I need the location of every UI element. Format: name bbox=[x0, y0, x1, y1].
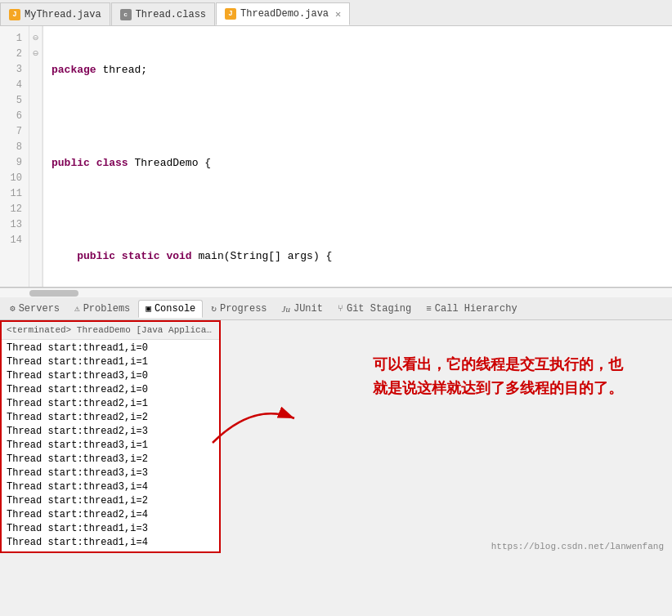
code-line-3: public class ThreadDemo { bbox=[52, 155, 664, 171]
console-output-wrapper: <terminated> ThreadDemo [Java Applicatio… bbox=[0, 320, 672, 553]
console-line-11: Thread start:thread3,i=4 bbox=[7, 480, 214, 494]
panel-tab-console[interactable]: ▣ Console bbox=[138, 300, 203, 318]
tab-threaddemo[interactable]: J ThreadDemo.java ✕ bbox=[216, 2, 350, 25]
code-line-5: public static void main(String[] args) { bbox=[52, 248, 664, 264]
code-content[interactable]: package thread; public class ThreadDemo … bbox=[43, 26, 672, 287]
problems-icon: ⚠ bbox=[74, 303, 80, 314]
panel-tab-servers[interactable]: ⚙ Servers bbox=[3, 300, 66, 318]
console-lines: Thread start:thread1,i=0 Thread start:th… bbox=[2, 340, 219, 551]
callhierarchy-icon: ≡ bbox=[426, 304, 432, 314]
console-line-6: Thread start:thread2,i=2 bbox=[7, 411, 214, 425]
fold-gutter: ⊖ ⊖ bbox=[29, 26, 43, 287]
watermark: https://blog.csdn.net/lanwenfang bbox=[491, 542, 664, 551]
panel-tab-junit-label: JUnit bbox=[293, 303, 323, 315]
annotation-line2: 就是说这样就达到了多线程的目的了。 bbox=[373, 380, 623, 396]
tab-threadclass-label: Thread.class bbox=[136, 9, 206, 20]
junit-icon: Ju bbox=[282, 304, 290, 314]
console-line-3: Thread start:thread3,i=0 bbox=[7, 369, 214, 383]
tab-mythread-label: MyThread.java bbox=[25, 9, 101, 20]
panel-tab-gitstaging[interactable]: ⑂ Git Staging bbox=[331, 300, 418, 318]
panel-tab-console-label: Console bbox=[155, 303, 195, 315]
annotation-arrow-container bbox=[204, 394, 302, 455]
code-editor: 1 2 3 4 5 6 7 8 9 10 11 12 13 14 ⊖ ⊖ bbox=[0, 26, 672, 288]
tab-mythread[interactable]: J MyThread.java bbox=[0, 2, 110, 25]
code-line-2 bbox=[52, 109, 664, 124]
editor-tab-bar: J MyThread.java c Thread.class J ThreadD… bbox=[0, 0, 672, 26]
console-panel: <terminated> ThreadDemo [Java Applicatio… bbox=[0, 320, 672, 616]
console-line-2: Thread start:thread1,i=1 bbox=[7, 355, 214, 369]
class-icon: c bbox=[120, 9, 132, 20]
tab-threaddemo-label: ThreadDemo.java bbox=[240, 8, 329, 20]
console-line-15: Thread start:thread1,i=4 bbox=[7, 536, 214, 550]
panel-tab-servers-label: Servers bbox=[19, 303, 60, 315]
progress-icon: ↻ bbox=[211, 303, 217, 314]
tab-threadclass[interactable]: c Thread.class bbox=[111, 2, 215, 25]
console-line-8: Thread start:thread3,i=1 bbox=[7, 439, 214, 453]
console-line-10: Thread start:thread3,i=3 bbox=[7, 466, 214, 480]
panel-tab-callhierarchy-label: Call Hierarchy bbox=[435, 303, 517, 315]
hscroll-thumb[interactable] bbox=[29, 290, 78, 297]
editor-hscroll[interactable] bbox=[0, 288, 672, 297]
java-icon: J bbox=[9, 9, 20, 20]
tab-close-icon[interactable]: ✕ bbox=[335, 8, 341, 20]
git-icon: ⑂ bbox=[338, 304, 343, 314]
console-line-12: Thread start:thread1,i=2 bbox=[7, 494, 214, 508]
line-numbers: 1 2 3 4 5 6 7 8 9 10 11 12 13 14 bbox=[0, 26, 29, 287]
annotation-text: 可以看出，它的线程是交互执行的，也 就是说这样就达到了多线程的目的了。 bbox=[373, 353, 623, 400]
annotation-arrow bbox=[204, 394, 302, 451]
console-line-14: Thread start:thread1,i=3 bbox=[7, 522, 214, 536]
console-icon: ▣ bbox=[146, 303, 151, 314]
panel-tab-progress[interactable]: ↻ Progress bbox=[204, 300, 273, 318]
console-line-13: Thread start:thread2,i=4 bbox=[7, 508, 214, 522]
console-line-5: Thread start:thread2,i=1 bbox=[7, 397, 214, 411]
console-output: <terminated> ThreadDemo [Java Applicatio… bbox=[0, 320, 221, 553]
servers-icon: ⚙ bbox=[10, 303, 16, 314]
console-line-9: Thread start:thread3,i=2 bbox=[7, 453, 214, 466]
panel-tab-problems[interactable]: ⚠ Problems bbox=[68, 300, 137, 318]
panel-tab-problems-label: Problems bbox=[83, 303, 131, 315]
code-line-4 bbox=[52, 202, 664, 217]
console-header: <terminated> ThreadDemo [Java Applicatio… bbox=[2, 322, 219, 340]
console-line-4: Thread start:thread2,i=0 bbox=[7, 383, 214, 397]
console-line-1: Thread start:thread1,i=0 bbox=[7, 341, 214, 355]
panel-tab-junit[interactable]: Ju JUnit bbox=[276, 300, 329, 318]
code-line-1: package thread; bbox=[52, 62, 664, 78]
annotation-line1: 可以看出，它的线程是交互执行的，也 bbox=[373, 356, 623, 373]
console-line-7: Thread start:thread2,i=3 bbox=[7, 425, 214, 439]
java-icon-2: J bbox=[225, 8, 236, 20]
panel-tab-callhierarchy[interactable]: ≡ Call Hierarchy bbox=[419, 300, 523, 318]
panel-tab-bar: ⚙ Servers ⚠ Problems ▣ Console ↻ Progres… bbox=[0, 297, 672, 320]
panel-tab-gitstaging-label: Git Staging bbox=[347, 303, 411, 315]
panel-tab-progress-label: Progress bbox=[220, 303, 267, 315]
